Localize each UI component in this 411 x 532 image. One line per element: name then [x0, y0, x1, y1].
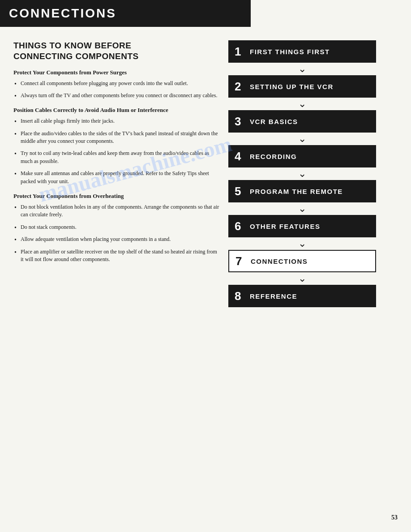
subsection1-title: Protect Your Components from Power Surge… — [13, 69, 219, 76]
arrow-4: ⌄ — [228, 167, 376, 180]
left-column: THINGS TO KNOW BEFORE CONNECTING COMPONE… — [13, 40, 219, 307]
arrow-6: ⌄ — [228, 237, 376, 250]
page-title: CONNECTIONS — [9, 6, 242, 21]
step-label-8: REFERENCE — [250, 292, 297, 300]
list-item: Do not block ventilation holes in any of… — [13, 203, 219, 219]
arrow-2: ⌄ — [228, 98, 376, 110]
nav-step-3[interactable]: 3 VCR BASICS — [228, 110, 376, 133]
nav-step-1[interactable]: 1 FIRST THINGS FIRST — [228, 40, 376, 63]
subsection1-list: Connect all components before plugging a… — [13, 80, 219, 100]
nav-step-4[interactable]: 4 RECORDING — [228, 145, 376, 167]
step-label-2: SETTING UP THE VCR — [250, 83, 334, 90]
list-item: Do not stack components. — [13, 223, 219, 231]
subsection2-list: Insert all cable plugs firmly into their… — [13, 117, 219, 185]
step-label-5: PROGRAM THE REMOTE — [250, 188, 343, 195]
nav-step-7[interactable]: 7 CONNECTIONS — [228, 250, 376, 272]
main-content: THINGS TO KNOW BEFORE CONNECTING COMPONE… — [0, 27, 411, 316]
list-item: Make sure all antennas and cables are pr… — [13, 170, 219, 185]
arrow-5: ⌄ — [228, 202, 376, 215]
main-section-title: THINGS TO KNOW BEFORE CONNECTING COMPONE… — [13, 40, 219, 62]
page-number: 53 — [391, 514, 398, 521]
subsection3-title: Protect Your Components from Overheating — [13, 193, 219, 200]
step-number-8: 8 — [235, 290, 245, 302]
arrow-3: ⌄ — [228, 133, 376, 145]
step-number-2: 2 — [235, 81, 245, 92]
step-label-6: OTHER FEATURES — [250, 223, 320, 230]
step-label-3: VCR BASICS — [250, 118, 298, 125]
step-label-1: FIRST THINGS FIRST — [250, 48, 330, 56]
nav-step-5[interactable]: 5 PROGRAM THE REMOTE — [228, 180, 376, 202]
step-label-7: CONNECTIONS — [251, 257, 308, 265]
nav-step-6[interactable]: 6 OTHER FEATURES — [228, 215, 376, 237]
list-item: Allow adequate ventilation when placing … — [13, 236, 219, 243]
list-item: Insert all cable plugs firmly into their… — [13, 117, 219, 125]
list-item: Always turn off the TV and other compone… — [13, 92, 219, 99]
page: CONNECTIONS manualsmachine.com THINGS TO… — [0, 0, 411, 532]
arrow-7: ⌄ — [228, 272, 376, 285]
nav-step-2[interactable]: 2 SETTING UP THE VCR — [228, 75, 376, 98]
subsection2-title: Position Cables Correctly to Avoid Audio… — [13, 107, 219, 114]
subsection3-list: Do not block ventilation holes in any of… — [13, 203, 219, 263]
list-item: Place the audio/video cables to the side… — [13, 130, 219, 146]
step-number-3: 3 — [235, 116, 245, 127]
step-number-7: 7 — [235, 255, 246, 267]
step-number-6: 6 — [235, 220, 245, 232]
arrow-1: ⌄ — [228, 63, 376, 75]
step-number-5: 5 — [235, 185, 245, 197]
list-item: Connect all components before plugging a… — [13, 80, 219, 87]
header-bar: CONNECTIONS — [0, 0, 251, 27]
step-number-1: 1 — [235, 46, 245, 57]
nav-step-8[interactable]: 8 REFERENCE — [228, 285, 376, 307]
right-column: 1 FIRST THINGS FIRST ⌄ 2 SETTING UP THE … — [228, 40, 376, 307]
list-item: Place an amplifier or satellite receiver… — [13, 248, 219, 264]
step-label-4: RECORDING — [250, 153, 297, 160]
step-number-4: 4 — [235, 150, 245, 162]
list-item: Try not to coil any twin-lead cables and… — [13, 150, 219, 165]
